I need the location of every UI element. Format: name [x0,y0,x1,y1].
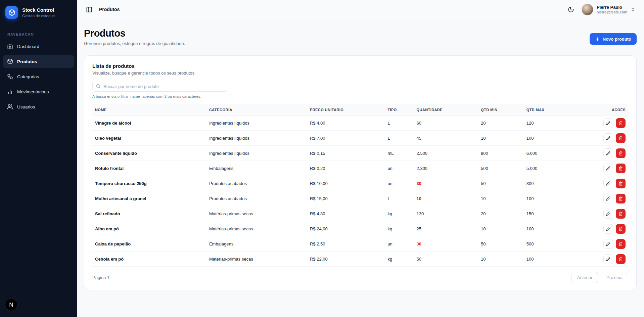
sidebar-item-label: Dashboard [17,44,39,49]
edit-button[interactable] [603,118,613,128]
trash-icon [618,121,623,125]
user-menu[interactable]: Pierre Paulo pierre@teste.com [582,4,635,15]
edit-button[interactable] [603,209,613,219]
delete-button[interactable] [616,133,626,143]
cell-quantidade: 60 [414,116,478,131]
cell-quantidade: 10 [414,191,478,206]
cell-nome: Alho em pó [92,221,206,236]
pencil-icon [606,242,610,246]
sidebar: Stock Control Gestao de estoque NAVEGACA… [0,0,77,317]
cell-acoes [577,161,628,176]
cell-nome: Tempero churrasco 250g [92,176,206,191]
col-preco-unitario: PRECO UNITARIO [307,104,385,116]
cell-qtd-min: 500 [478,161,524,176]
cell-qtd-max: 150 [524,206,578,221]
cell-preco-unitario: R$ 4,00 [307,116,385,131]
cell-nome: Óleo vegetal [92,131,206,146]
card-title: Lista de produtos [92,63,628,69]
table-row: Caixa de papelão Embalagens R$ 2,50 un 3… [92,236,628,252]
trash-icon [618,136,623,140]
pencil-icon [606,212,610,216]
sidebar-item-label: Produtos [17,59,37,64]
trash-icon [618,151,623,155]
edit-button[interactable] [603,239,613,249]
user-avatar [582,4,593,15]
edit-button[interactable] [603,254,613,264]
cell-nome: Molho artesanal a granel [92,191,206,206]
cell-acoes [577,116,628,131]
delete-button[interactable] [616,148,626,158]
new-product-button[interactable]: Novo produto [590,33,637,45]
trash-icon [618,227,623,231]
cell-categoria: Matérias-primas secas [206,221,307,236]
cell-tipo: un [385,236,414,252]
search-hint: A busca envia o filtro `name` apenas com… [92,94,628,98]
delete-button[interactable] [616,194,626,203]
main-area: Produtos Pierre Paulo pierre@teste.com [77,0,644,317]
cell-categoria: Matérias-primas secas [206,252,307,267]
edit-button[interactable] [603,148,613,158]
delete-button[interactable] [616,254,626,264]
edit-button[interactable] [603,133,613,143]
package-icon [7,58,13,64]
delete-button[interactable] [616,179,626,188]
plus-icon [595,37,600,42]
table-row: Vinagre de álcool Ingredientes líquidos … [92,116,628,131]
delete-button[interactable] [616,118,626,128]
cell-qtd-min: 10 [478,191,524,206]
edit-button[interactable] [603,194,613,203]
edit-button[interactable] [603,164,613,173]
brand-subtitle: Gestao de estoque [22,14,55,18]
delete-button[interactable] [616,224,626,234]
cell-acoes [577,236,628,252]
theme-toggle-button[interactable] [566,5,576,14]
sidebar-toggle-button[interactable] [85,6,93,13]
edit-button[interactable] [603,179,613,188]
cell-qtd-max: 5.000 [524,161,578,176]
sidebar-item-movimentacoes[interactable]: Movimentacoes [3,85,74,98]
col-qtd-max: QTD MAX [524,104,578,116]
pencil-icon [606,181,610,186]
cell-tipo: kg [385,221,414,236]
sidebar-item-categorias[interactable]: Categorias [3,70,74,83]
cell-categoria: Ingredientes líquidos [206,146,307,161]
edit-button[interactable] [603,224,613,234]
cell-nome: Caixa de papelão [92,236,206,252]
page-content: Produtos Gerencie produtos, estoque e re… [77,19,644,290]
product-list-card: Lista de produtos Visualize, busque e ge… [84,55,637,290]
cell-acoes [577,146,628,161]
cell-qtd-max: 6.000 [524,146,578,161]
cell-tipo: un [385,161,414,176]
table-row: Óleo vegetal Ingredientes líquidos R$ 7,… [92,131,628,146]
pencil-icon [606,151,610,155]
sidebar-item-dashboard[interactable]: Dashboard [3,40,74,53]
next-page-button[interactable]: Proxima [601,272,628,283]
app-window: Stock Control Gestao de estoque NAVEGACA… [0,0,644,317]
page-indicator: Pagina 1 [92,275,109,280]
sidebar-item-usuarios[interactable]: Usuarios [3,100,74,114]
user-email: pierre@teste.com [597,10,627,14]
trash-icon [618,242,623,246]
nav-section-label: NAVEGACAO [0,22,77,40]
col-tipo: TIPO [385,104,414,116]
cell-quantidade: 30 [414,176,478,191]
cell-qtd-min: 10 [478,221,524,236]
cell-quantidade: 50 [414,252,478,267]
sidebar-item-produtos[interactable]: Produtos [3,55,74,68]
pagination: Pagina 1 Anterior Proxima [92,272,628,283]
sidebar-nav: Dashboard Produtos Categorias Movimentac… [0,40,77,114]
previous-page-button[interactable]: Anterior [571,272,598,283]
delete-button[interactable] [616,164,626,173]
cell-preco-unitario: R$ 0,20 [307,161,385,176]
cell-acoes [577,131,628,146]
nextjs-dev-badge[interactable]: N [5,299,17,311]
delete-button[interactable] [616,209,626,219]
cell-nome: Vinagre de álcool [92,116,206,131]
cell-preco-unitario: R$ 7,00 [307,131,385,146]
cell-preco-unitario: R$ 0,15 [307,146,385,161]
delete-button[interactable] [616,239,626,249]
search-input[interactable] [92,81,227,92]
cell-nome: Sal refinado [92,206,206,221]
moon-icon [568,6,574,13]
topbar: Produtos Pierre Paulo pierre@teste.com [77,0,644,19]
